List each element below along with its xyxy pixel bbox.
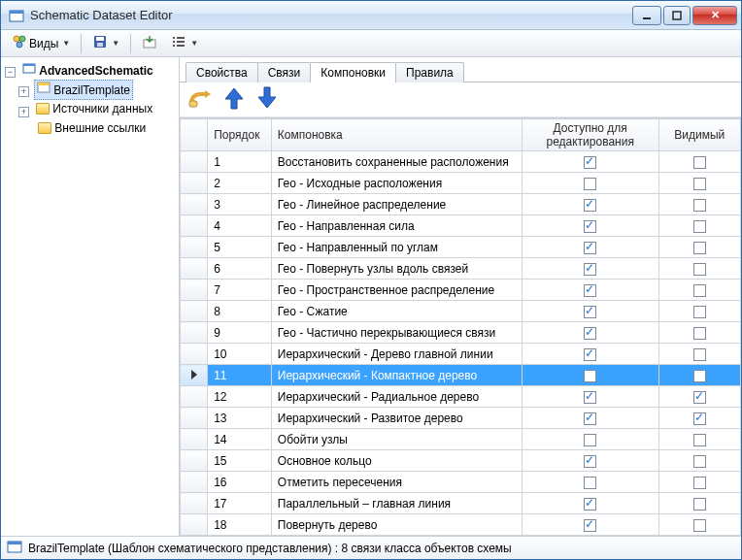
table-row[interactable]: 8Гео - Сжатие (181, 301, 741, 322)
checkbox-visible[interactable] (693, 519, 706, 532)
cell-layout[interactable]: Гео - Направленная сила (271, 215, 522, 237)
cell-order[interactable]: 4 (208, 215, 272, 237)
move-up-button[interactable] (222, 85, 246, 114)
cell-editable[interactable] (522, 429, 658, 450)
tree-root[interactable]: − AdvancedSchematic + BrazilTemplate (5, 61, 177, 139)
checkbox-editable[interactable] (584, 391, 596, 404)
row-header[interactable] (181, 386, 208, 408)
cell-layout[interactable]: Гео - Направленный по углам (271, 237, 522, 258)
cell-order[interactable]: 15 (208, 450, 272, 472)
row-header[interactable] (181, 493, 208, 514)
cell-layout[interactable]: Восстановить сохраненные расположения (271, 151, 522, 173)
checkbox-visible[interactable] (693, 391, 706, 404)
table-row[interactable]: 12Иерархический - Радиальное дерево (181, 386, 741, 408)
cell-editable[interactable] (522, 365, 658, 386)
row-header[interactable] (181, 365, 208, 386)
expand-icon[interactable]: + (18, 107, 29, 117)
cell-visible[interactable] (658, 215, 740, 237)
checkbox-visible[interactable] (693, 348, 706, 361)
cell-visible[interactable] (658, 322, 740, 344)
cell-visible[interactable] (658, 173, 740, 194)
cell-visible[interactable] (658, 237, 740, 258)
cell-visible[interactable] (658, 429, 740, 450)
cell-editable[interactable] (522, 301, 658, 322)
import-button[interactable] (137, 33, 162, 54)
cell-order[interactable]: 3 (208, 194, 272, 215)
row-header[interactable] (181, 536, 208, 537)
tab-rules[interactable]: Правила (395, 62, 464, 82)
checkbox-visible[interactable] (693, 220, 706, 233)
cell-order[interactable]: 13 (208, 408, 272, 429)
cell-editable[interactable] (522, 450, 658, 472)
checkbox-editable[interactable] (584, 156, 596, 169)
table-row[interactable]: 11Иерархический - Компактное дерево (181, 365, 741, 386)
table-row[interactable]: 1Восстановить сохраненные расположения (181, 151, 741, 173)
cell-editable[interactable] (522, 536, 658, 537)
checkbox-visible[interactable] (693, 370, 706, 382)
minimize-button[interactable] (632, 6, 661, 25)
tab-properties[interactable]: Свойства (186, 62, 258, 82)
row-header[interactable] (181, 151, 208, 173)
checkbox-visible[interactable] (693, 498, 706, 511)
tree-item-external[interactable]: Внешние ссылки (18, 119, 177, 139)
table-row[interactable]: 7Гео - Пространственное распределение (181, 280, 741, 301)
column-visible[interactable]: Видимый (658, 119, 740, 151)
cell-editable[interactable] (522, 408, 658, 429)
checkbox-editable[interactable] (584, 498, 596, 511)
checkbox-visible[interactable] (693, 263, 706, 276)
cell-order[interactable]: 16 (208, 472, 272, 493)
cell-editable[interactable] (522, 258, 658, 280)
cell-layout[interactable]: Гео - Сжатие (271, 301, 522, 322)
cell-editable[interactable] (522, 493, 658, 514)
cell-order[interactable]: 1 (208, 151, 272, 173)
checkbox-editable[interactable] (584, 306, 596, 318)
column-layout[interactable]: Компоновка (271, 119, 522, 151)
cell-layout[interactable]: Иерархический - Развитое дерево (271, 408, 522, 429)
checkbox-visible[interactable] (693, 178, 706, 190)
cell-visible[interactable] (658, 472, 740, 493)
cell-layout[interactable]: Гео - Пространственное распределение (271, 280, 522, 301)
cell-visible[interactable] (658, 386, 740, 408)
row-header[interactable] (181, 301, 208, 322)
checkbox-editable[interactable] (584, 455, 596, 468)
checkbox-editable[interactable] (584, 434, 596, 446)
cell-editable[interactable] (522, 173, 658, 194)
grip-icon[interactable] (187, 86, 213, 113)
checkbox-visible[interactable] (693, 156, 706, 169)
cell-order[interactable]: 7 (208, 280, 272, 301)
cell-layout[interactable]: Гео - Линейное распределение (271, 194, 522, 215)
table-row[interactable]: 18Повернуть дерево (181, 514, 741, 536)
cell-order[interactable]: 2 (208, 173, 272, 194)
save-button[interactable]: ▼ (87, 33, 124, 54)
tab-layouts[interactable]: Компоновки (310, 62, 396, 82)
cell-editable[interactable] (522, 344, 658, 365)
table-row[interactable]: 10Иерархический - Дерево главной линии (181, 344, 741, 365)
cell-visible[interactable] (658, 280, 740, 301)
row-header[interactable] (181, 258, 208, 280)
move-down-button[interactable] (255, 85, 279, 114)
cell-visible[interactable] (658, 514, 740, 536)
cell-visible[interactable] (658, 194, 740, 215)
checkbox-editable[interactable] (584, 220, 596, 233)
cell-editable[interactable] (522, 386, 658, 408)
checkbox-visible[interactable] (693, 434, 706, 446)
checkbox-visible[interactable] (693, 306, 706, 318)
cell-order[interactable]: 8 (208, 301, 272, 322)
cell-visible[interactable] (658, 301, 740, 322)
cell-order[interactable]: 17 (208, 493, 272, 514)
cell-visible[interactable] (658, 344, 740, 365)
cell-visible[interactable] (658, 408, 740, 429)
cell-order[interactable]: 11 (208, 365, 272, 386)
collapse-icon[interactable]: − (5, 67, 16, 78)
close-button[interactable]: ✕ (692, 6, 737, 25)
cell-layout[interactable]: Повернуть дерево (271, 514, 522, 536)
table-row[interactable]: 5Гео - Направленный по углам (181, 237, 741, 258)
cell-editable[interactable] (522, 514, 658, 536)
cell-order[interactable]: 5 (208, 237, 272, 258)
table-row[interactable]: 6Гео - Повернуть узлы вдоль связей (181, 258, 741, 280)
checkbox-editable[interactable] (584, 199, 596, 212)
grid-scroll[interactable]: Порядок Компоновка Доступно для редактир… (180, 118, 741, 536)
checkbox-editable[interactable] (584, 327, 596, 340)
cell-layout[interactable]: Гео - Частично перекрывающиеся связи (271, 322, 522, 344)
checkbox-editable[interactable] (584, 178, 596, 190)
